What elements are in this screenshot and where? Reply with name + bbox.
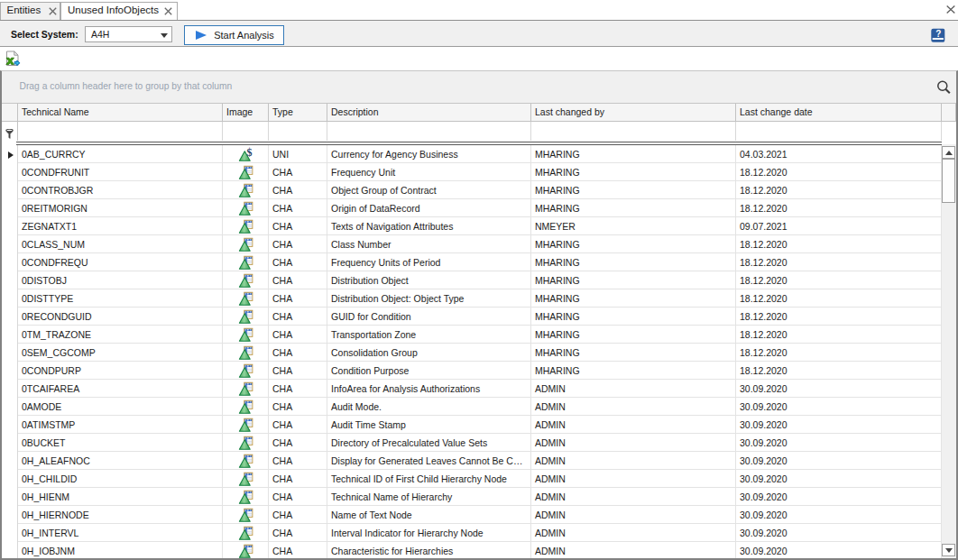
svg-text:?: ? <box>935 29 941 39</box>
svg-text:$: $ <box>246 146 252 159</box>
